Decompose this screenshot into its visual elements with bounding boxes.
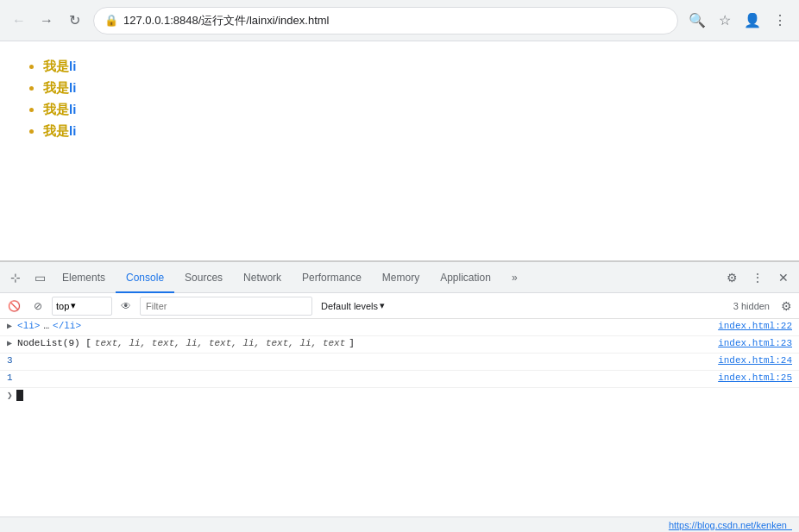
profile-button[interactable]: 👤: [740, 9, 764, 33]
status-bar: https://blog.csdn.net/kenken_: [0, 516, 799, 532]
tab-console[interactable]: Console: [116, 262, 174, 293]
hidden-count-badge: 3 hidden: [733, 301, 770, 311]
reload-button[interactable]: ↻: [62, 9, 86, 33]
console-nodelist: NodeList(9) [: [17, 338, 91, 348]
close-devtools-button[interactable]: ✕: [771, 266, 796, 290]
browser-toolbar: ← → ↻ 🔒 127.0.0.1:8848/运行文件/lainxi/index…: [0, 0, 799, 41]
list-item: 我是li: [43, 80, 773, 97]
console-bracket-close: ]: [349, 338, 355, 348]
console-number-1: 1: [7, 372, 13, 383]
console-nodelist-content: text, li, text, li, text, li, text, li, …: [95, 338, 345, 348]
console-html-close-tag: </li>: [53, 321, 81, 331]
expand-arrow-icon[interactable]: ▶: [7, 338, 12, 348]
cursor-icon: ⊹: [10, 271, 21, 285]
console-row-content: ▶ <li> … </li>: [7, 321, 718, 331]
tab-memory[interactable]: Memory: [372, 262, 430, 293]
console-number-3: 3: [7, 355, 13, 366]
tab-network[interactable]: Network: [233, 262, 292, 293]
chevron-down-icon: ▾: [71, 300, 76, 311]
console-filename[interactable]: index.html:22: [718, 321, 792, 331]
devtools-panel: ⊹ ▭ Elements Console Sources Network Per…: [0, 261, 799, 532]
expand-arrow-icon[interactable]: ▶: [7, 321, 12, 331]
console-cursor-row[interactable]: ❯: [0, 388, 799, 403]
devtools-actions: ⚙ ⋮ ✕: [720, 266, 796, 290]
eye-button[interactable]: 👁: [116, 296, 136, 316]
block-requests-button[interactable]: ⊘: [28, 296, 48, 316]
lock-icon: 🔒: [104, 14, 118, 27]
console-html-tag: <li>: [17, 321, 40, 331]
console-filename[interactable]: index.html:24: [718, 355, 792, 366]
forward-button[interactable]: →: [35, 9, 59, 33]
settings-button[interactable]: ⚙: [720, 266, 744, 290]
devtools-filter-bar: 🚫 ⊘ top ▾ 👁 Default levels ▾ 3 hidden ⚙: [0, 293, 799, 319]
address-bar[interactable]: 🔒 127.0.0.1:8848/运行文件/lainxi/index.html: [93, 7, 678, 34]
default-levels-selector[interactable]: Default levels ▾: [316, 300, 390, 311]
url-text: 127.0.0.1:8848/运行文件/lainxi/index.html: [123, 13, 667, 28]
context-selector[interactable]: top ▾: [52, 297, 112, 316]
toolbar-icons: 🔍 ☆ 👤 ⋮: [685, 9, 792, 33]
clear-console-button[interactable]: 🚫: [3, 296, 24, 316]
tab-application[interactable]: Application: [430, 262, 501, 293]
devtools-menu-button[interactable]: ⋮: [746, 266, 770, 290]
cursor-bar: [16, 390, 23, 401]
bookmark-button[interactable]: ☆: [713, 9, 737, 33]
console-ellipsis: …: [43, 321, 49, 331]
list: 我是li 我是li 我是li 我是li: [26, 59, 773, 140]
console-row: ▶ NodeList(9) [ text, li, text, li, text…: [0, 336, 799, 354]
page-content: 我是li 我是li 我是li 我是li: [0, 41, 799, 261]
filter-input[interactable]: [140, 297, 312, 316]
tab-sources[interactable]: Sources: [174, 262, 233, 293]
context-label: top: [56, 301, 69, 311]
status-link[interactable]: https://blog.csdn.net/kenken_: [669, 520, 792, 530]
device-toolbar-button[interactable]: ▭: [28, 266, 52, 290]
console-row-content: 3: [7, 355, 718, 366]
console-row: 1 index.html:25: [0, 371, 799, 388]
back-button[interactable]: ←: [7, 9, 31, 33]
inspect-element-button[interactable]: ⊹: [3, 266, 28, 290]
device-icon: ▭: [35, 271, 46, 285]
tab-elements[interactable]: Elements: [52, 262, 116, 293]
console-row: 3 index.html:24: [0, 354, 799, 371]
menu-button[interactable]: ⋮: [768, 9, 792, 33]
devtools-tabs-bar: ⊹ ▭ Elements Console Sources Network Per…: [0, 262, 799, 293]
console-output: ▶ <li> … </li> index.html:22 ▶ NodeList(…: [0, 319, 799, 516]
console-row-content: ▶ NodeList(9) [ text, li, text, li, text…: [7, 338, 718, 348]
default-levels-label: Default levels: [321, 301, 378, 311]
console-filename[interactable]: index.html:25: [718, 372, 792, 383]
list-item: 我是li: [43, 123, 773, 140]
levels-chevron-icon: ▾: [380, 300, 385, 311]
tab-more[interactable]: »: [501, 262, 528, 293]
list-item: 我是li: [43, 59, 773, 75]
console-row: ▶ <li> … </li> index.html:22: [0, 319, 799, 336]
search-button[interactable]: 🔍: [685, 9, 709, 33]
list-item: 我是li: [43, 102, 773, 118]
tab-performance[interactable]: Performance: [292, 262, 372, 293]
console-settings-button[interactable]: ⚙: [777, 297, 796, 316]
console-row-content: 1: [7, 372, 718, 383]
console-filename[interactable]: index.html:23: [718, 338, 792, 348]
prompt-icon: ❯: [7, 390, 13, 401]
